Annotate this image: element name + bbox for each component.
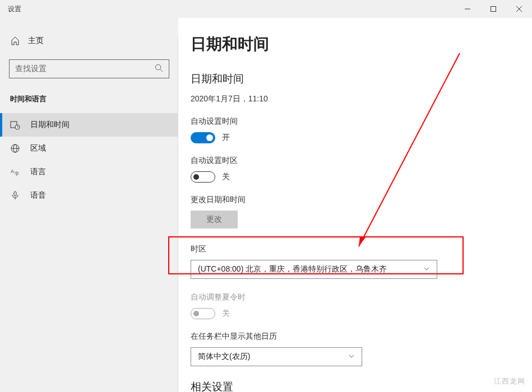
timezone-value: (UTC+08:00) 北京，重庆，香港特别行政区，乌鲁木齐 bbox=[198, 264, 387, 274]
dst-label: 自动调整夏令时 bbox=[191, 292, 520, 302]
home-icon bbox=[10, 36, 20, 45]
calendar-value: 简体中文(农历) bbox=[198, 352, 250, 362]
change-button[interactable]: 更改 bbox=[191, 211, 238, 228]
search-placeholder: 查找设置 bbox=[15, 64, 47, 74]
maximize-icon bbox=[491, 6, 496, 12]
timezone-dropdown[interactable]: (UTC+08:00) 北京，重庆，香港特别行政区，乌鲁木齐 bbox=[191, 260, 437, 279]
timezone-label: 时区 bbox=[191, 244, 520, 254]
calendar-dropdown[interactable]: 简体中文(农历) bbox=[191, 347, 362, 366]
auto-time-label: 自动设置时间 bbox=[191, 116, 520, 127]
sidebar: 主页 查找设置 时间和语言 日期和时间 区域 A字 bbox=[0, 18, 178, 392]
titlebar: 设置 bbox=[0, 0, 532, 18]
chevron-down-icon bbox=[348, 352, 355, 362]
watermark: 江西龙网 bbox=[494, 376, 525, 386]
maximize-button[interactable] bbox=[480, 0, 506, 18]
dst-toggle bbox=[191, 308, 215, 319]
main-content: 日期和时间 日期和时间 2020年1月7日，11:10 自动设置时间 开 自动设… bbox=[178, 18, 532, 392]
search-icon bbox=[155, 64, 163, 74]
microphone-icon bbox=[10, 191, 20, 200]
change-datetime-label: 更改日期和时间 bbox=[191, 195, 520, 205]
related-settings-header: 相关设置 bbox=[191, 380, 520, 392]
sidebar-item-datetime[interactable]: 日期和时间 bbox=[0, 113, 178, 137]
chevron-down-icon bbox=[423, 264, 430, 274]
svg-text:A: A bbox=[11, 169, 14, 174]
sidebar-item-label: 区域 bbox=[30, 143, 46, 153]
search-input[interactable]: 查找设置 bbox=[9, 59, 169, 78]
current-datetime: 2020年1月7日，11:10 bbox=[191, 94, 520, 104]
page-title: 日期和时间 bbox=[191, 34, 520, 55]
sidebar-item-label: 语音 bbox=[30, 190, 46, 200]
close-icon bbox=[516, 6, 522, 12]
auto-timezone-state: 关 bbox=[222, 172, 230, 182]
sidebar-section-header: 时间和语言 bbox=[0, 88, 178, 113]
section-title-datetime: 日期和时间 bbox=[191, 72, 520, 86]
auto-time-toggle[interactable] bbox=[191, 132, 215, 143]
auto-timezone-label: 自动设置时区 bbox=[191, 156, 520, 166]
svg-rect-1 bbox=[491, 7, 496, 12]
minimize-button[interactable] bbox=[455, 0, 480, 18]
svg-line-5 bbox=[160, 69, 163, 71]
home-label: 主页 bbox=[28, 36, 44, 46]
svg-point-4 bbox=[155, 64, 160, 69]
window-title: 设置 bbox=[8, 4, 21, 14]
home-link[interactable]: 主页 bbox=[0, 29, 178, 53]
svg-text:字: 字 bbox=[15, 171, 19, 176]
sidebar-item-region[interactable]: 区域 bbox=[0, 137, 178, 160]
auto-time-state: 开 bbox=[222, 133, 230, 143]
svg-rect-15 bbox=[14, 192, 16, 196]
taskbar-calendar-label: 在任务栏中显示其他日历 bbox=[191, 332, 520, 342]
window-controls bbox=[455, 0, 532, 18]
auto-timezone-toggle[interactable] bbox=[191, 171, 215, 183]
language-icon: A字 bbox=[10, 167, 20, 176]
minimize-icon bbox=[465, 6, 470, 12]
close-button[interactable] bbox=[506, 0, 532, 18]
sidebar-item-speech[interactable]: 语音 bbox=[0, 184, 178, 207]
sidebar-item-label: 日期和时间 bbox=[30, 120, 70, 130]
sidebar-item-label: 语言 bbox=[30, 167, 46, 177]
globe-icon bbox=[10, 144, 20, 153]
calendar-clock-icon bbox=[10, 120, 20, 130]
dst-state: 关 bbox=[222, 309, 230, 319]
sidebar-item-language[interactable]: A字 语言 bbox=[0, 160, 178, 184]
